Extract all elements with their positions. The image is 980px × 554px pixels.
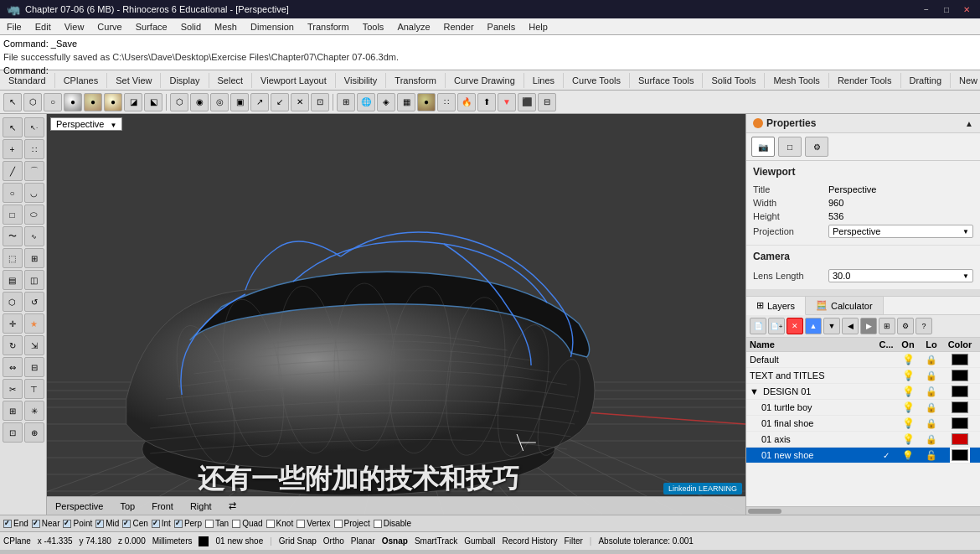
snap-tan[interactable]: Tan xyxy=(205,519,229,528)
toolbar-tab-curve-tools[interactable]: Curve Tools xyxy=(564,73,630,88)
menu-transform[interactable]: Transform xyxy=(301,20,356,34)
tool-arrow2[interactable]: ↙ xyxy=(271,93,289,111)
menu-panels[interactable]: Panels xyxy=(481,20,523,34)
menu-tools[interactable]: Tools xyxy=(356,20,391,34)
vp-front-btn[interactable]: Front xyxy=(148,500,177,512)
lt-rotate[interactable]: ↻ xyxy=(3,335,23,355)
design01-collapse-icon[interactable]: ▼ xyxy=(750,386,759,396)
layer-color-default[interactable] xyxy=(943,354,977,365)
toolbar-tab-select[interactable]: Select xyxy=(209,73,253,88)
tool-persp[interactable]: ⬡ xyxy=(170,93,188,111)
tool-layout[interactable]: ⊟ xyxy=(538,93,556,111)
menu-file[interactable]: File xyxy=(0,20,28,34)
status-filter[interactable]: Filter xyxy=(565,536,583,546)
layer-newchild-btn[interactable]: 📄+ xyxy=(768,318,785,334)
snap-mid[interactable]: ✓ Mid xyxy=(95,519,119,528)
layer-bulb-turtle-boy[interactable]: 💡 xyxy=(896,401,920,413)
layer-row-turtle-boy[interactable]: 01 turtle boy 💡 🔒 xyxy=(746,400,980,416)
toolbar-tab-viewport-layout[interactable]: Viewport Layout xyxy=(252,73,336,88)
lt-ellipse[interactable]: ⬭ xyxy=(24,205,44,225)
lt-select[interactable]: ↖ xyxy=(3,117,23,137)
tool-sphere2[interactable]: ◉ xyxy=(190,93,209,111)
viewport[interactable]: Perspective ▼ xyxy=(47,114,745,515)
tool-window[interactable]: ⬡ xyxy=(23,93,42,111)
layer-color-text-titles[interactable] xyxy=(943,370,977,381)
layer-lock-final-shoe[interactable]: 🔒 xyxy=(920,418,943,429)
layer-bulb-new-shoe[interactable]: 💡 xyxy=(896,450,920,461)
viewport-perspective-label[interactable]: Perspective ▼ xyxy=(50,117,122,131)
layer-row-default[interactable]: Default 💡 🔒 xyxy=(746,352,980,368)
layer-color-final-shoe[interactable] xyxy=(943,417,977,429)
tool-rendered[interactable]: ● xyxy=(104,93,122,111)
scrollbar-thumb[interactable] xyxy=(748,509,781,514)
tool-screen[interactable]: ⬛ xyxy=(518,93,536,111)
lt-arc[interactable]: ◡ xyxy=(24,183,44,203)
layer-bulb-text-titles[interactable]: 💡 xyxy=(896,370,920,381)
tool-circle[interactable]: ○ xyxy=(44,93,62,111)
layer-color-new-shoe[interactable] xyxy=(943,449,977,461)
tool-geom[interactable]: ◈ xyxy=(377,93,395,111)
menu-render[interactable]: Render xyxy=(437,20,481,34)
projection-select[interactable]: Perspective ▼ xyxy=(828,225,973,238)
toolbar-tab-display[interactable]: Display xyxy=(161,73,209,88)
layer-row-new-shoe[interactable]: 01 new shoe ✓ 💡 🔓 xyxy=(746,448,980,463)
lt-extrude[interactable]: ▤ xyxy=(3,270,23,290)
layer-bulb-design01[interactable]: 💡 xyxy=(896,386,920,397)
lt-explode[interactable]: ✳ xyxy=(24,401,44,421)
layer-delete-btn[interactable]: ✕ xyxy=(787,318,803,334)
prop-tab-settings[interactable]: ⚙ xyxy=(805,137,828,157)
tab-calculator[interactable]: 🧮 Calculator xyxy=(806,297,884,314)
vp-perspective-btn[interactable]: Perspective xyxy=(52,500,106,512)
layer-lock-turtle-boy[interactable]: 🔒 xyxy=(920,402,943,413)
lt-array[interactable]: ⊟ xyxy=(24,357,44,377)
tool-flat[interactable]: ◪ xyxy=(124,93,142,111)
toolbar-tab-visibility[interactable]: Visibility xyxy=(336,73,387,88)
status-recordhistory[interactable]: Record History xyxy=(502,536,557,546)
minimize-button[interactable]: − xyxy=(920,3,933,16)
toolbar-tab-solid-tools[interactable]: Solid Tools xyxy=(703,73,765,88)
status-gumball[interactable]: Gumball xyxy=(464,536,495,546)
lt-sweep[interactable]: ◫ xyxy=(24,270,44,290)
tool-sphere[interactable]: ● xyxy=(64,93,82,111)
layer-lock-axis[interactable]: 🔒 xyxy=(920,434,943,445)
snap-cen[interactable]: ✓ Cen xyxy=(122,519,147,528)
toolbar-tab-mesh-tools[interactable]: Mesh Tools xyxy=(765,73,828,88)
lt-join[interactable]: ⊞ xyxy=(3,401,23,421)
snap-perp[interactable]: ✓ Perp xyxy=(174,519,202,528)
snap-end[interactable]: ✓ End xyxy=(3,519,28,528)
lt-scale[interactable]: ⇲ xyxy=(24,335,44,355)
tab-layers[interactable]: ⊞ Layers xyxy=(746,297,806,315)
lt-surface[interactable]: ⬚ xyxy=(3,248,23,268)
tool-shade2[interactable]: ● xyxy=(417,93,436,111)
tool-torus[interactable]: ◎ xyxy=(210,93,229,111)
tool-check[interactable]: ⊡ xyxy=(311,93,329,111)
layer-right-btn[interactable]: ▶ xyxy=(860,318,877,334)
tool-arrdown[interactable]: ▼ xyxy=(498,93,516,111)
layer-filter-btn[interactable]: ⊞ xyxy=(879,318,895,334)
menu-solid[interactable]: Solid xyxy=(174,20,208,34)
vp-top-btn[interactable]: Top xyxy=(116,500,138,512)
lt-snap[interactable]: ⊕ xyxy=(24,422,44,443)
lt-revolve[interactable]: ↺ xyxy=(24,292,44,312)
status-smarttrack[interactable]: SmartTrack xyxy=(415,536,457,546)
lt-circle[interactable]: ○ xyxy=(3,183,23,203)
lens-select[interactable]: 30.0 ▼ xyxy=(828,269,973,282)
layer-row-text-titles[interactable]: TEXT and TITLES 💡 🔒 xyxy=(746,368,980,384)
tool-arrow3[interactable]: ⬆ xyxy=(477,93,496,111)
tool-globe[interactable]: 🌐 xyxy=(357,93,375,111)
layer-bulb-axis[interactable]: 💡 xyxy=(896,433,920,445)
tool-x[interactable]: ✕ xyxy=(291,93,309,111)
snap-point[interactable]: ✓ Point xyxy=(63,519,92,528)
menu-view[interactable]: View xyxy=(58,20,91,34)
layers-scrollbar[interactable] xyxy=(746,506,980,515)
toolbar-tab-render-tools[interactable]: Render Tools xyxy=(829,73,901,88)
toolbar-tab-curve-drawing[interactable]: Curve Drawing xyxy=(446,73,524,88)
lt-rect[interactable]: □ xyxy=(3,205,23,225)
lt-netsrf[interactable]: ⊞ xyxy=(24,248,44,268)
toolbar-tab-surface-tools[interactable]: Surface Tools xyxy=(630,73,703,88)
snap-quad[interactable]: Quad xyxy=(232,519,262,528)
layer-lock-default[interactable]: 🔒 xyxy=(920,355,943,365)
tool-box2[interactable]: ▣ xyxy=(230,93,249,111)
lt-trim[interactable]: ✂ xyxy=(3,379,23,399)
layer-up-btn[interactable]: ▲ xyxy=(805,318,822,334)
